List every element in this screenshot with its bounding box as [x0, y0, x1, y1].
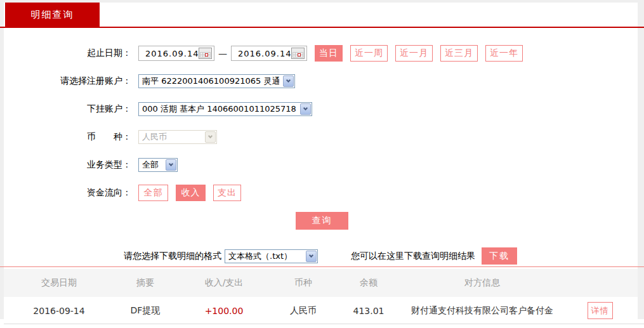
register-account-value: 南平 6222001406100921065 灵通卡: [142, 75, 279, 87]
chevron-down-icon[interactable]: [283, 75, 294, 87]
fund-flow-row: 资金流向： 全部 收入 支出: [0, 185, 241, 201]
end-date-value: 2016.09.14: [238, 49, 291, 58]
calendar-icon[interactable]: [291, 48, 305, 59]
quick-range-today-button[interactable]: 当日: [315, 45, 343, 62]
currency-row: 币 种： 人民币: [0, 130, 217, 144]
business-type-label: 业务类型：: [0, 159, 131, 171]
fund-flow-all-button[interactable]: 全部: [138, 185, 168, 201]
cell-action: 详情: [562, 302, 638, 319]
chevron-down-icon[interactable]: [300, 103, 311, 115]
download-row: 请您选择下载明细的格式 文本格式（.txt） 您可以在这里下载查询明细结果 下载: [124, 247, 517, 265]
page-margin-right: [638, 3, 644, 319]
register-account-label: 请选择注册账户：: [0, 75, 131, 87]
table-bottom-divider: [4, 324, 644, 324]
col-header-amount: 收入/支出: [176, 277, 272, 289]
date-range-label: 起止日期：: [0, 48, 131, 59]
currency-value: 人民币: [142, 131, 201, 143]
download-format-label: 请您选择下载明细的格式: [124, 251, 221, 262]
fund-flow-expense-button[interactable]: 支出: [213, 185, 241, 201]
business-type-select[interactable]: 全部: [138, 158, 178, 172]
fund-flow-label: 资金流向：: [0, 187, 131, 199]
table-row: 2016-09-14 DF提现 +100.00 人民币 413.01 财付通支付…: [4, 297, 638, 324]
calendar-icon-selected-day: [205, 53, 208, 56]
sub-account-row: 下挂账户： 000 活期 基本户 1406600101102571848: [0, 102, 312, 116]
end-date-input[interactable]: 2016.09.14: [231, 46, 307, 61]
col-header-date: 交易日期: [4, 277, 114, 289]
col-header-summary: 摘要: [114, 277, 176, 289]
tab-detail-query[interactable]: 明细查询: [5, 3, 100, 27]
chevron-down-icon[interactable]: [166, 159, 176, 171]
calendar-icon[interactable]: [199, 48, 212, 59]
download-hint: 您可以在这里下载查询明细结果: [351, 251, 475, 262]
business-type-row: 业务类型： 全部: [0, 158, 178, 172]
col-header-balance: 余额: [335, 277, 402, 289]
sub-account-value: 000 活期 基本户 1406600101102571848: [142, 103, 296, 115]
download-format-select[interactable]: 文本格式（.txt）: [225, 249, 318, 263]
col-header-counterparty: 对方信息: [402, 277, 562, 289]
quick-range-week-button[interactable]: 近一周: [350, 45, 388, 62]
tab-underline: [0, 27, 644, 28]
business-type-value: 全部: [142, 159, 162, 171]
table-header: 交易日期 摘要 收入/支出 币种 余额 对方信息: [4, 269, 638, 297]
calendar-icon-selected-day: [298, 53, 301, 56]
cell-counterparty: 财付通支付科技有限公司客户备付金: [402, 305, 562, 317]
col-header-currency: 币种: [272, 277, 335, 289]
quick-range-3months-button[interactable]: 近三月: [440, 45, 478, 62]
chevron-down-icon: [205, 131, 216, 143]
currency-label: 币 种：: [0, 131, 131, 143]
sub-account-label: 下挂账户：: [0, 103, 131, 115]
cell-date: 2016-09-14: [4, 306, 114, 316]
start-date-input[interactable]: 2016.09.14: [138, 46, 214, 61]
quick-range-year-button[interactable]: 近一年: [485, 45, 523, 62]
query-button[interactable]: 查询: [296, 212, 348, 230]
chevron-down-icon[interactable]: [306, 251, 317, 262]
download-button[interactable]: 下载: [482, 247, 517, 265]
quick-range-month-button[interactable]: 近一月: [395, 45, 433, 62]
table-top-divider: [0, 266, 644, 267]
register-account-row: 请选择注册账户： 南平 6222001406100921065 灵通卡: [0, 74, 295, 88]
cell-currency: 人民币: [272, 305, 335, 317]
date-range-row: 起止日期： 2016.09.14 — 2016.09.14 当日 近一周 近一月…: [0, 45, 523, 62]
start-date-value: 2016.09.14: [145, 49, 199, 58]
register-account-select[interactable]: 南平 6222001406100921065 灵通卡: [138, 74, 295, 88]
currency-select: 人民币: [138, 130, 217, 144]
detail-button[interactable]: 详情: [588, 302, 613, 319]
cell-balance: 413.01: [335, 306, 402, 316]
cell-summary: DF提现: [114, 305, 176, 317]
date-separator: —: [218, 48, 227, 58]
download-format-value: 文本格式（.txt）: [228, 251, 302, 262]
cell-amount: +100.00: [176, 306, 272, 316]
fund-flow-income-button[interactable]: 收入: [176, 185, 206, 201]
sub-account-select[interactable]: 000 活期 基本户 1406600101102571848: [138, 102, 312, 116]
